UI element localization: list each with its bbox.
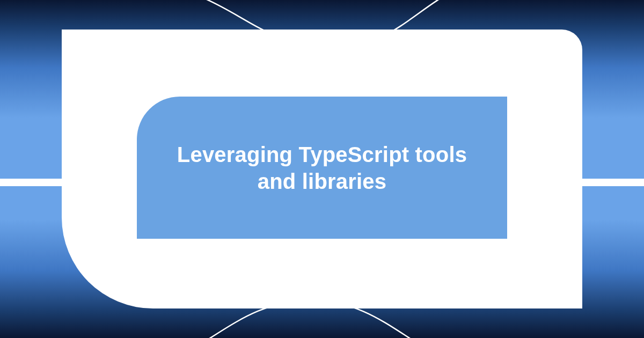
card-title: Leveraging TypeScript tools and librarie… (169, 141, 475, 195)
inner-card: Leveraging TypeScript tools and librarie… (137, 97, 507, 239)
